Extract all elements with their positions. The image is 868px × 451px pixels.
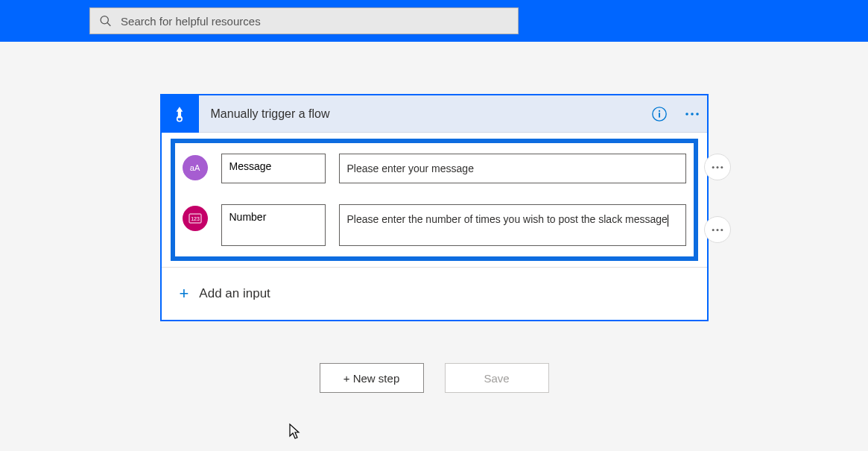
svg-point-11 xyxy=(720,166,723,168)
svg-point-8 xyxy=(696,113,699,116)
svg-point-7 xyxy=(691,113,694,116)
add-input-label: Add an input xyxy=(199,286,270,301)
number-type-icon: 123 xyxy=(183,206,208,231)
svg-point-16 xyxy=(720,229,723,231)
svg-text:123: 123 xyxy=(191,216,200,221)
more-icon xyxy=(711,165,724,169)
trigger-icon xyxy=(162,95,199,133)
top-bar xyxy=(0,0,868,42)
input-name-field[interactable]: Message xyxy=(221,154,326,183)
input-description-field[interactable]: Please enter your message xyxy=(339,154,686,183)
svg-rect-5 xyxy=(659,113,660,117)
text-type-icon: aA xyxy=(183,155,208,180)
input-row-more-button[interactable] xyxy=(704,154,731,180)
svg-point-10 xyxy=(716,166,718,168)
add-input-button[interactable]: + Add an input xyxy=(162,267,707,320)
input-row: 123 Number Please enter the number of ti… xyxy=(175,194,694,256)
info-icon xyxy=(651,106,668,122)
bottom-actions: + New step Save xyxy=(320,363,549,393)
text-cursor xyxy=(668,215,668,227)
inputs-section: aA Message Please enter your message xyxy=(171,139,698,261)
svg-point-9 xyxy=(712,166,714,168)
svg-point-15 xyxy=(716,229,718,231)
flow-canvas: Manually trigger a flow xyxy=(0,42,868,393)
svg-point-4 xyxy=(658,110,659,111)
mouse-cursor-icon xyxy=(288,423,303,441)
input-row-more-button[interactable] xyxy=(704,216,731,243)
new-step-button[interactable]: + New step xyxy=(320,363,424,393)
plus-icon: + xyxy=(180,284,189,303)
trigger-title: Manually trigger a flow xyxy=(199,107,646,121)
svg-point-6 xyxy=(685,113,688,116)
trigger-header[interactable]: Manually trigger a flow xyxy=(162,95,707,133)
input-name-field[interactable]: Number xyxy=(221,204,326,246)
trigger-card: Manually trigger a flow xyxy=(160,94,709,321)
trigger-more-button[interactable] xyxy=(677,95,707,133)
search-icon xyxy=(99,14,112,28)
input-row: aA Message Please enter your message xyxy=(175,143,694,194)
more-icon xyxy=(685,112,700,116)
more-icon xyxy=(711,228,724,232)
input-description-field[interactable]: Please enter the number of times you wis… xyxy=(339,204,686,246)
svg-point-0 xyxy=(101,16,108,24)
info-button[interactable] xyxy=(646,101,673,127)
save-button: Save xyxy=(445,363,549,393)
search-input[interactable] xyxy=(121,15,509,28)
search-box[interactable] xyxy=(89,7,519,34)
svg-point-14 xyxy=(712,229,714,231)
svg-line-1 xyxy=(107,23,110,26)
